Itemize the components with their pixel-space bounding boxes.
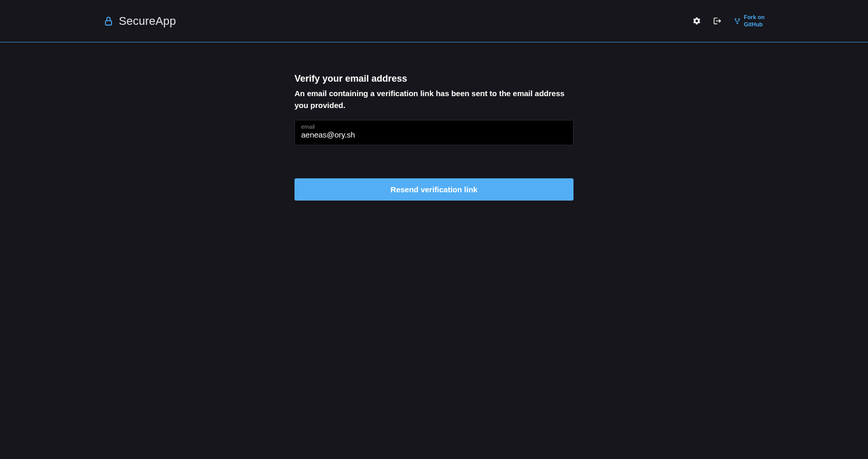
app-header: SecureApp Fork onGitHub — [0, 0, 868, 42]
svg-point-3 — [736, 22, 737, 23]
git-fork-icon — [734, 18, 741, 25]
main-content: Verify your email address An email conta… — [0, 42, 868, 201]
brand[interactable]: SecureApp — [103, 14, 176, 28]
brand-name: SecureApp — [119, 14, 176, 28]
header-actions: Fork onGitHub — [692, 14, 765, 27]
email-field[interactable] — [301, 130, 567, 139]
lock-icon — [103, 16, 114, 26]
fork-github-label: Fork onGitHub — [744, 14, 765, 27]
verify-card: Verify your email address An email conta… — [295, 73, 574, 201]
svg-point-2 — [738, 18, 739, 19]
settings-button[interactable] — [692, 17, 702, 26]
page-title: Verify your email address — [295, 73, 574, 84]
resend-button[interactable]: Resend verification link — [295, 178, 574, 201]
gear-icon — [692, 17, 701, 25]
page-subtitle: An email containing a verification link … — [295, 87, 574, 112]
fork-github-link[interactable]: Fork onGitHub — [734, 14, 765, 27]
logout-button[interactable] — [713, 17, 722, 26]
email-label: email — [301, 124, 567, 130]
svg-rect-0 — [105, 21, 112, 25]
svg-point-1 — [735, 18, 736, 19]
email-input-wrapper[interactable]: email — [295, 120, 574, 145]
logout-icon — [713, 17, 722, 25]
